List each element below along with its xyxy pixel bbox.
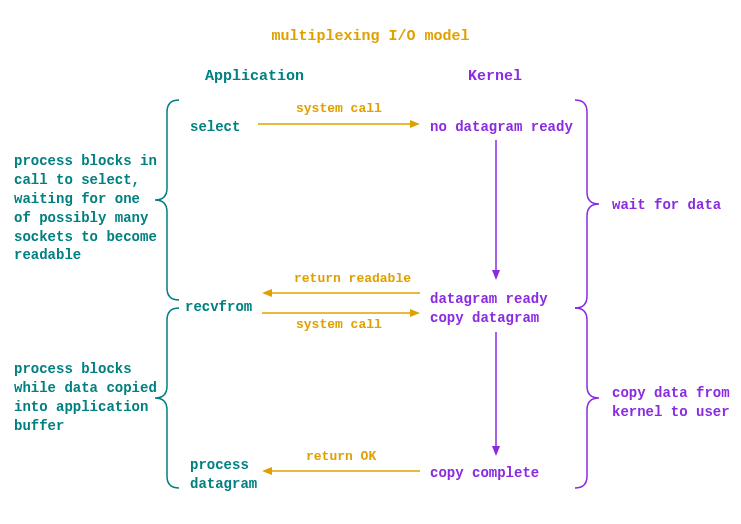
svg-marker-1 — [410, 120, 420, 128]
arrow-label-return-ok: return OK — [306, 448, 376, 466]
right-brace-1 — [575, 100, 601, 308]
app-step-recvfrom: recvfrom — [185, 298, 252, 317]
arrow-label-syscall-2: system call — [296, 316, 382, 334]
app-step-select: select — [190, 118, 240, 137]
arrow-kernel-copy — [490, 332, 502, 456]
svg-marker-7 — [262, 467, 272, 475]
arrow-return-readable — [262, 288, 420, 298]
arrow-return-ok — [262, 466, 420, 476]
arrow-label-syscall-1: system call — [296, 100, 382, 118]
arrow-syscall-1 — [258, 119, 420, 129]
svg-marker-9 — [492, 270, 500, 280]
left-note-1: process blocks in call to select, waitin… — [14, 152, 157, 265]
diagram-title: multiplexing I/O model — [0, 28, 741, 45]
arrow-kernel-wait — [490, 140, 502, 280]
kernel-step-dg-ready: datagram ready copy datagram — [430, 290, 548, 328]
arrow-label-return-readable: return readable — [294, 270, 411, 288]
right-note-1: wait for data — [612, 196, 721, 215]
left-note-2: process blocks while data copied into ap… — [14, 360, 157, 436]
kernel-step-no-dg: no datagram ready — [430, 118, 573, 137]
svg-marker-5 — [410, 309, 420, 317]
left-brace-1 — [155, 100, 181, 300]
app-step-process: process datagram — [190, 456, 257, 494]
header-application: Application — [205, 68, 304, 85]
right-brace-2 — [575, 308, 601, 488]
kernel-step-copy-complete: copy complete — [430, 464, 539, 483]
left-brace-2 — [155, 308, 181, 488]
svg-marker-11 — [492, 446, 500, 456]
svg-marker-3 — [262, 289, 272, 297]
header-kernel: Kernel — [468, 68, 522, 85]
right-note-2: copy data from kernel to user — [612, 384, 730, 422]
